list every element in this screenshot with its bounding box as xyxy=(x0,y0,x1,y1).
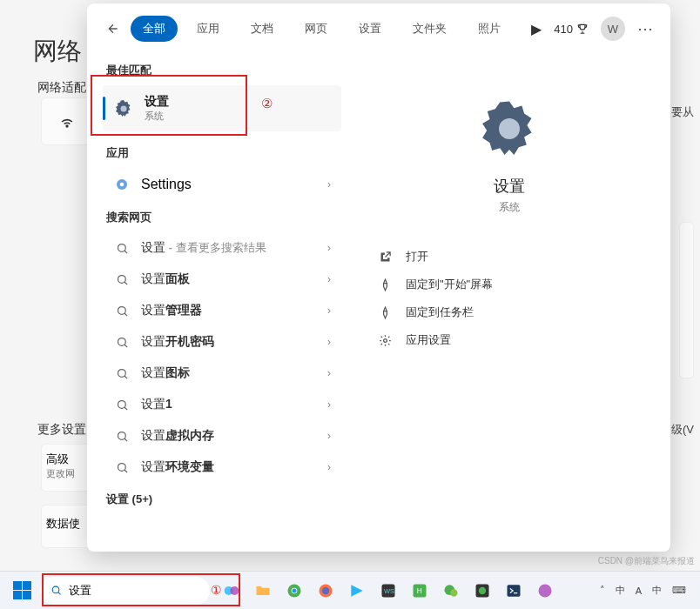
svg-point-10 xyxy=(118,432,125,439)
web-result-4[interactable]: 设置图标 › xyxy=(103,358,341,389)
bg-right-text: 要从 xyxy=(671,104,694,120)
tray-ime[interactable]: 中 xyxy=(612,582,629,599)
app-name: Settings xyxy=(141,177,192,192)
start-button[interactable] xyxy=(5,574,38,607)
windows-logo-icon xyxy=(13,581,31,599)
filter-photos[interactable]: 照片 xyxy=(466,16,513,42)
gear-icon xyxy=(376,334,394,347)
chevron-right-icon: › xyxy=(327,398,331,411)
web-result-6[interactable]: 设置虚拟内存 › xyxy=(103,420,341,452)
bg-advanced-card[interactable]: 高级 更改网 xyxy=(41,444,93,492)
user-avatar[interactable]: W xyxy=(601,17,625,41)
action-pin-taskbar[interactable]: 固定到任务栏 xyxy=(369,298,650,326)
filter-folders[interactable]: 文件夹 xyxy=(400,16,459,42)
results-column: 最佳匹配 设置 系统 应用 Settings › 搜索网页 xyxy=(87,54,348,552)
chevron-right-icon: › xyxy=(327,336,331,348)
svg-point-27 xyxy=(450,589,457,596)
filter-web[interactable]: 网页 xyxy=(293,16,340,42)
search-icon xyxy=(113,304,131,318)
svg-point-14 xyxy=(52,586,59,593)
action-label: 打开 xyxy=(406,249,428,264)
taskbar-webstorm[interactable]: WS xyxy=(374,576,403,606)
taskbar-firefox[interactable] xyxy=(311,576,340,606)
bg-section-label: 网络适配 xyxy=(37,80,86,96)
tray-ime[interactable]: 中 xyxy=(649,582,665,599)
bg-more-label: 更多设置 xyxy=(37,422,86,438)
svg-point-11 xyxy=(118,463,125,471)
action-label: 固定到任务栏 xyxy=(406,304,474,320)
app-icon xyxy=(113,177,131,192)
chevron-right-icon: › xyxy=(327,273,331,285)
action-open[interactable]: 打开 xyxy=(369,243,650,271)
svg-point-29 xyxy=(479,586,486,593)
wifi-card[interactable] xyxy=(41,97,93,145)
pin-icon xyxy=(376,278,394,291)
taskbar-hbuilder[interactable]: H xyxy=(405,576,434,606)
filter-docs[interactable]: 文档 xyxy=(239,16,286,42)
svg-point-3 xyxy=(120,183,125,187)
bg-page-title: 网络 xyxy=(33,35,82,68)
chevron-right-icon: › xyxy=(327,178,331,191)
svg-point-5 xyxy=(118,275,125,283)
svg-point-13 xyxy=(383,338,387,342)
preview-sub: 系统 xyxy=(499,200,520,215)
bg-data-card[interactable]: 数据使 xyxy=(41,505,93,548)
web-result-5[interactable]: 设置1 › xyxy=(103,389,341,420)
taskbar-app[interactable] xyxy=(530,576,560,606)
preview-column: 设置 系统 打开 固定到"开始"屏幕 固定到任务栏 应用设置 xyxy=(348,54,670,552)
filter-settings[interactable]: 设置 xyxy=(347,16,394,42)
back-button[interactable] xyxy=(103,18,124,39)
taskbar-search[interactable] xyxy=(40,577,210,605)
search-icon xyxy=(113,242,131,255)
web-result-3[interactable]: 设置开机密码 › xyxy=(103,326,341,358)
wifi-icon xyxy=(58,113,76,130)
annotation-2: ② xyxy=(261,96,273,111)
web-result-0[interactable]: 设置 - 查看更多搜索结果 › xyxy=(103,232,341,264)
bg-right-text2: 级(V xyxy=(671,422,694,438)
points-value: 410 xyxy=(554,23,573,36)
action-app-settings[interactable]: 应用设置 xyxy=(369,326,650,354)
taskbar-vscode[interactable] xyxy=(342,576,372,606)
bg-card-sub: 更改网 xyxy=(46,467,88,480)
web-prefix: 设置 xyxy=(141,240,165,254)
section-web: 搜索网页 xyxy=(103,201,341,232)
search-icon xyxy=(113,430,131,443)
tray-chevron-icon[interactable]: ˄ xyxy=(596,583,609,598)
play-icon[interactable]: ▶ xyxy=(531,21,542,37)
svg-point-1 xyxy=(121,105,127,111)
web-result-1[interactable]: 设置面板 › xyxy=(103,264,341,295)
best-match-title: 设置 xyxy=(145,94,169,110)
bg-card-title: 高级 xyxy=(46,452,88,467)
section-apps: 应用 xyxy=(103,137,341,168)
filter-all[interactable]: 全部 xyxy=(131,16,178,42)
web-result-7[interactable]: 设置环境变量 › xyxy=(103,452,341,483)
search-icon xyxy=(113,367,131,380)
section-best-match: 最佳匹配 xyxy=(103,54,341,85)
action-label: 应用设置 xyxy=(406,332,451,348)
svg-point-8 xyxy=(118,369,125,377)
taskbar-powershell[interactable] xyxy=(499,576,528,606)
svg-point-19 xyxy=(293,588,297,592)
section-settings-more[interactable]: 设置 (5+) xyxy=(103,483,341,514)
tray-ime[interactable]: A xyxy=(632,584,645,598)
svg-point-0 xyxy=(66,125,68,127)
taskbar-wechat[interactable] xyxy=(436,576,466,606)
more-menu[interactable]: ⋯ xyxy=(637,19,655,38)
popup-header: 全部 应用 文档 网页 设置 文件夹 照片 ▶ 410 W ⋯ xyxy=(87,3,670,54)
web-result-2[interactable]: 设置管理器 › xyxy=(103,295,341,326)
rewards-points[interactable]: 410 xyxy=(554,23,589,36)
taskbar-explorer[interactable] xyxy=(248,576,278,606)
filter-apps[interactable]: 应用 xyxy=(185,16,232,42)
search-input[interactable] xyxy=(69,584,199,597)
app-item-settings[interactable]: Settings › xyxy=(103,168,341,201)
best-match-sub: 系统 xyxy=(145,110,169,123)
svg-text:H: H xyxy=(417,586,422,595)
annotation-1: ① xyxy=(211,583,222,597)
best-match-item[interactable]: 设置 系统 xyxy=(103,85,341,131)
svg-text:WS: WS xyxy=(384,587,394,595)
taskbar-wechat-dev[interactable] xyxy=(468,576,497,606)
chevron-right-icon: › xyxy=(327,242,331,254)
tray-ime-icon[interactable]: ⌨ xyxy=(669,583,690,598)
taskbar-chrome[interactable] xyxy=(279,576,309,606)
action-pin-start[interactable]: 固定到"开始"屏幕 xyxy=(369,271,650,298)
